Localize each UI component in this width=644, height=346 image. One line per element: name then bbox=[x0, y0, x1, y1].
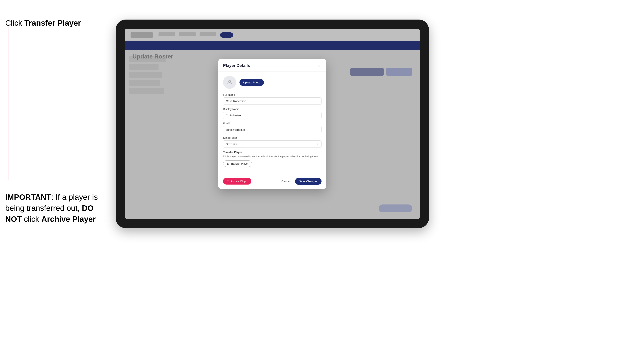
display-name-group: Display Name bbox=[223, 108, 322, 119]
modal-footer: Archive Player Cancel Save Changes bbox=[218, 175, 326, 189]
refresh-icon bbox=[226, 162, 229, 165]
transfer-player-section: Transfer Player If this player has moved… bbox=[223, 151, 322, 167]
tablet-device: Update Roster Player Details × bbox=[116, 19, 429, 228]
school-year-select-wrapper: First Year Second Year Third Year Fourth… bbox=[223, 140, 322, 148]
avatar-section: Upload Photo bbox=[223, 76, 322, 89]
transfer-player-button[interactable]: Transfer Player bbox=[223, 161, 252, 167]
email-label: Email bbox=[223, 122, 322, 125]
school-year-label: School Year bbox=[223, 136, 322, 139]
close-button[interactable]: × bbox=[316, 63, 322, 68]
archive-player-button[interactable]: Archive Player bbox=[223, 178, 252, 184]
archive-icon bbox=[227, 180, 230, 182]
display-name-label: Display Name bbox=[223, 108, 322, 111]
email-input[interactable] bbox=[223, 126, 322, 133]
arrow-vertical bbox=[8, 27, 9, 180]
svg-point-0 bbox=[229, 80, 231, 82]
transfer-description: If this player has moved to another scho… bbox=[223, 155, 322, 158]
instruction-top: Click Transfer Player bbox=[5, 19, 81, 27]
modal-title: Player Details bbox=[223, 63, 250, 68]
email-group: Email bbox=[223, 122, 322, 133]
school-year-select[interactable]: First Year Second Year Third Year Fourth… bbox=[223, 140, 322, 148]
save-changes-button[interactable]: Save Changes bbox=[295, 178, 322, 185]
avatar bbox=[223, 76, 236, 89]
transfer-player-label: Transfer Player bbox=[223, 151, 322, 154]
important-word: IMPORTANT bbox=[5, 193, 51, 201]
instruction-prefix: Click bbox=[5, 19, 24, 27]
transfer-player-btn-label: Transfer Player bbox=[231, 162, 248, 165]
school-year-group: School Year First Year Second Year Third… bbox=[223, 136, 322, 148]
instruction-bottom: Archive PlayerIMPORTANT: If a player is … bbox=[5, 192, 106, 225]
modal-body: Upload Photo Full Name Display Name bbox=[218, 72, 326, 175]
user-icon bbox=[226, 79, 232, 85]
modal-header: Player Details × bbox=[218, 59, 326, 72]
cancel-button[interactable]: Cancel bbox=[280, 178, 292, 185]
full-name-group: Full Name bbox=[223, 93, 322, 105]
modal-overlay: Player Details × Upload Photo bbox=[125, 29, 420, 219]
upload-photo-button[interactable]: Upload Photo bbox=[240, 79, 264, 86]
footer-right: Cancel Save Changes bbox=[280, 178, 322, 185]
archive-btn-label: Archive Player bbox=[231, 180, 248, 183]
display-name-input[interactable] bbox=[223, 112, 322, 119]
player-details-modal: Player Details × Upload Photo bbox=[218, 59, 326, 189]
full-name-label: Full Name bbox=[223, 93, 322, 96]
svg-rect-1 bbox=[227, 180, 230, 181]
full-name-input[interactable] bbox=[223, 97, 322, 105]
archive-player-label: Archive Player bbox=[42, 215, 96, 223]
tablet-screen: Update Roster Player Details × bbox=[125, 29, 420, 219]
instruction-highlight: Transfer Player bbox=[24, 19, 81, 27]
